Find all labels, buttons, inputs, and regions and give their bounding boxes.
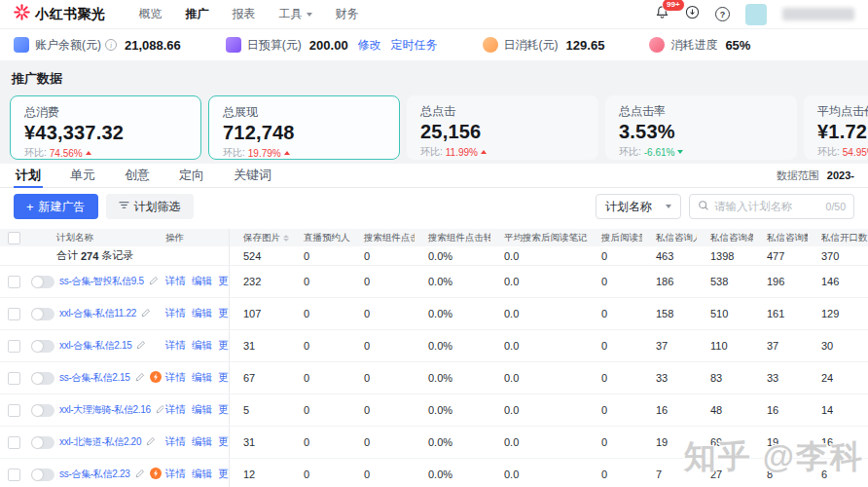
action-more[interactable]: 更多 xyxy=(218,435,230,449)
info-icon[interactable]: i xyxy=(105,39,117,51)
row-checkbox-cell xyxy=(0,427,27,458)
row-toggle[interactable] xyxy=(31,404,54,417)
edit-icon[interactable] xyxy=(146,436,156,448)
action-edit[interactable]: 编辑 xyxy=(192,435,212,449)
action-detail[interactable]: 详情 xyxy=(165,339,186,353)
tab-3[interactable]: 定向 xyxy=(177,164,206,187)
column-header[interactable]: 平均搜索后阅读笔记篇数 xyxy=(490,229,588,246)
row-toggle[interactable] xyxy=(31,340,54,353)
table-summary-row: 合计274条记录524000.0%0.004631398477370 xyxy=(0,246,868,266)
column-header[interactable]: 私信咨询数 xyxy=(753,229,808,246)
row-toggle[interactable] xyxy=(31,436,54,449)
action-detail[interactable]: 详情 xyxy=(165,307,186,320)
search-icon xyxy=(698,198,709,215)
tab-4[interactable]: 关键词 xyxy=(232,164,273,187)
account-stat: 账户余额(元)i21,088.66 xyxy=(14,37,181,54)
edit-icon[interactable] xyxy=(136,340,146,352)
column-header[interactable]: 搜索组件点击转化率 xyxy=(415,229,490,246)
column-header[interactable]: 私信咨询条数 xyxy=(697,229,753,246)
action-detail[interactable]: 详情 xyxy=(165,468,186,481)
action-more[interactable]: 更多 xyxy=(218,403,230,417)
ratio-label: 环比: xyxy=(619,145,641,159)
edit-icon[interactable] xyxy=(149,276,159,287)
metric-cell: 0.0 xyxy=(490,330,588,361)
row-toggle[interactable] xyxy=(31,372,54,385)
stat-action-link[interactable]: 修改 xyxy=(358,37,381,54)
stat-card[interactable]: 总点击25,156环比:11.99% xyxy=(407,95,598,160)
action-detail[interactable]: 详情 xyxy=(165,403,186,417)
campaign-name-link[interactable]: xxl-合集-私信2.15 xyxy=(59,339,131,353)
action-more[interactable]: 更多 xyxy=(218,371,230,385)
action-edit[interactable]: 编辑 xyxy=(192,275,212,288)
campaign-name-link[interactable]: ss-合集-智投私信9.5 xyxy=(59,275,144,288)
campaign-name-link[interactable]: xxl-合集-私信11.22 xyxy=(59,307,136,320)
plan-filter-button[interactable]: 计划筛选 xyxy=(106,194,194,219)
edit-icon[interactable] xyxy=(156,404,163,416)
action-edit[interactable]: 编辑 xyxy=(192,371,212,385)
nav-item-2[interactable]: 报表 xyxy=(233,6,256,22)
search-input[interactable] xyxy=(714,201,821,212)
select-all-checkbox[interactable] xyxy=(8,232,20,244)
metric-cell: 0 xyxy=(350,459,415,487)
column-header[interactable]: 私信咨询人数 xyxy=(642,229,697,246)
tab-1[interactable]: 单元 xyxy=(68,164,97,187)
column-header[interactable]: 搜后阅读量 xyxy=(588,229,642,246)
metric-cell: 16 xyxy=(808,427,868,458)
action-more[interactable]: 更多 xyxy=(218,275,230,288)
stat-card[interactable]: 平均点击价格¥1.72环比:54.95% xyxy=(804,95,868,160)
campaign-name-link[interactable]: xxl-北海道-私信2.20 xyxy=(59,435,141,449)
row-checkbox[interactable] xyxy=(8,308,20,320)
row-checkbox[interactable] xyxy=(8,404,20,417)
column-header[interactable]: 直播预约人次 xyxy=(290,229,350,246)
action-detail[interactable]: 详情 xyxy=(165,275,186,288)
help-icon[interactable]: ? xyxy=(715,7,730,21)
metric-cell: 110 xyxy=(697,330,753,361)
campaign-name-link[interactable]: ss-合集-私信2.15 xyxy=(59,371,130,385)
date-range-label: 数据范围 xyxy=(777,169,819,183)
action-edit[interactable]: 编辑 xyxy=(192,339,212,353)
row-toggle[interactable] xyxy=(31,308,54,320)
action-detail[interactable]: 详情 xyxy=(165,371,186,385)
row-checkbox[interactable] xyxy=(8,372,20,385)
stat-action-link[interactable]: 定时任务 xyxy=(391,37,438,54)
row-checkbox[interactable] xyxy=(8,340,20,353)
action-edit[interactable]: 编辑 xyxy=(192,307,212,320)
stat-card[interactable]: 总点击率3.53%环比:-6.61% xyxy=(605,95,797,160)
avatar[interactable] xyxy=(745,4,767,25)
action-more[interactable]: 更多 xyxy=(218,339,230,353)
row-toggle[interactable] xyxy=(31,276,54,288)
date-range[interactable]: 数据范围 2023- xyxy=(777,169,854,183)
metric-cell: 33 xyxy=(642,362,697,393)
column-header[interactable]: 搜索组件点击量 xyxy=(350,229,415,246)
stat-card[interactable]: 总展现712,748环比:19.79% xyxy=(208,95,400,160)
action-edit[interactable]: 编辑 xyxy=(192,403,212,417)
notifications-button[interactable]: 99+ xyxy=(655,5,669,23)
logo[interactable]: 小红书聚光 xyxy=(14,4,106,24)
tab-0[interactable]: 计划 xyxy=(14,164,43,187)
row-checkbox[interactable] xyxy=(8,436,20,449)
nav-item-3[interactable]: 工具 xyxy=(279,6,312,22)
edit-icon[interactable] xyxy=(135,468,145,480)
campaign-name-link[interactable]: ss-合集-私信2.23 xyxy=(59,468,130,481)
row-checkbox[interactable] xyxy=(8,468,20,481)
new-ad-button[interactable]: + 新建广告 xyxy=(14,194,98,219)
action-detail[interactable]: 详情 xyxy=(165,435,186,449)
row-checkbox[interactable] xyxy=(8,276,20,288)
column-header[interactable]: 保存图片 xyxy=(230,229,290,246)
table-row: ss-合集-智投私信9.5详情编辑更多232000.0%0.0018653819… xyxy=(0,266,868,298)
tab-2[interactable]: 创意 xyxy=(123,164,152,187)
edit-icon[interactable] xyxy=(135,372,145,384)
row-toggle[interactable] xyxy=(31,468,54,481)
nav-item-4[interactable]: 财务 xyxy=(336,6,359,22)
column-header[interactable]: 私信开口数 xyxy=(808,229,868,246)
campaign-name-link[interactable]: xxl-大理海骑-私信2.16 xyxy=(59,403,151,417)
edit-icon[interactable] xyxy=(141,308,151,319)
recharge-button[interactable] xyxy=(685,5,700,23)
search-field-select[interactable]: 计划名称 xyxy=(596,194,681,219)
nav-item-0[interactable]: 概览 xyxy=(139,6,163,22)
action-more[interactable]: 更多 xyxy=(218,468,230,481)
nav-item-1[interactable]: 推广 xyxy=(186,6,209,22)
stat-card[interactable]: 总消费¥43,337.32环比:74.56% xyxy=(10,95,201,160)
action-edit[interactable]: 编辑 xyxy=(192,468,212,481)
action-more[interactable]: 更多 xyxy=(218,307,230,320)
